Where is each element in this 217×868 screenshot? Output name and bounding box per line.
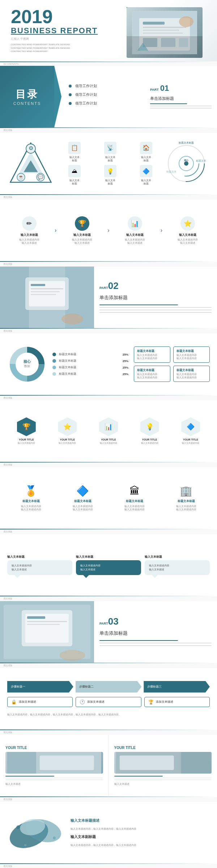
slide-badge: 🏅 标题文本标题 输入文本描述内容输入文本描述内容 🔷 标题文本标题 输入文本描… — [0, 467, 217, 529]
title-main: BUSINESS REPORT — [11, 26, 127, 35]
hex-desc-5: 输入文本描述内容 — [182, 442, 199, 445]
dl-p3-2 — [99, 643, 212, 643]
deco-desc-2: 输入文本描述内容，输入文本描述内容，输入文本描述内容 — [71, 843, 210, 847]
cl-4 — [114, 776, 163, 776]
slide-process: ✏ 输入文本标题 输入文本描述内容输入文本描述 › 🏆 输入文本标题 输入文本描… — [0, 200, 217, 261]
icon-label-2: 输入文本标题 — [105, 156, 115, 162]
contents-item-1: 领导工作计划 — [69, 84, 137, 89]
slide-twocard: YOUR TITLE 输入文本描述 YOUR TITLE — [0, 735, 217, 796]
part-lines — [150, 103, 212, 110]
svg-text:标题文本标题: 标题文本标题 — [178, 141, 194, 144]
chat-bubble-2: 输入文本描述内容输入文本描述 — [76, 560, 141, 575]
svg-rect-29 — [0, 267, 29, 328]
section-label-2: 图文排版 — [0, 128, 217, 133]
triangle-diagram: ⚙ ☕ 💬 — [7, 140, 54, 187]
lock-icon-3: 🏆 — [148, 699, 154, 705]
hexagon-2: ⭐ — [58, 417, 77, 436]
item-label-1: 领导工作计划 — [75, 84, 97, 89]
org-desc-2: 输入文本描述内容输入文本描述内容 — [176, 354, 207, 360]
ring-text-group: 标题文本标题 25% 标题文本标题 25% 标题文本标题 25% 标题文本标题 … — [52, 353, 128, 376]
svg-rect-58 — [181, 752, 210, 774]
badge-title-4: 标题文本标题 — [178, 499, 195, 503]
arrow-text-block: 输入文本描述内容，输入文本描述内容，输入文本描述内容，输入文本描述内容，输入文本… — [7, 713, 210, 716]
badge-item-2: 🔷 标题文本标题 输入文本描述内容输入文本描述内容 — [59, 485, 106, 511]
circle-center-text: 核心 — [182, 159, 191, 162]
svg-rect-36 — [31, 294, 56, 295]
section-label-13: 图文排版 — [0, 864, 217, 868]
title-left: 2019 BUSINESS REPORT 汇报人:千图网 CONTRACTED … — [11, 7, 127, 54]
chat-title-3: 输入文本标题 — [145, 555, 210, 559]
badge-icon-4: 🏢 — [180, 485, 192, 497]
svg-point-37 — [61, 314, 83, 324]
svg-rect-50 — [27, 616, 45, 619]
ring-label-3: 标题文本标题 — [59, 366, 76, 369]
svg-rect-7 — [161, 38, 175, 47]
p3-photo — [0, 601, 94, 663]
dot-3 — [69, 102, 72, 105]
process-desc-3: 输入文本描述内容输入文本描述 — [125, 238, 145, 244]
hex-title-3: YOUR TITLE — [101, 438, 116, 441]
title-year: 2019 — [11, 7, 127, 26]
chat-bubble-3: 输入文本描述内容输入文本描述 — [145, 560, 210, 575]
svg-point-9 — [179, 16, 193, 27]
slide-arrow: 步骤标题一 步骤标题二 步骤标题三 🔒 添加文本描述 🕐 添加文本描述 🏆 添加… — [0, 668, 217, 729]
process-item-4: ⭐ 输入文本标题 输入文本描述内容输入文本描述 — [166, 216, 210, 244]
badge-item-1: 🏅 标题文本标题 输入文本描述内容输入文本描述内容 — [7, 485, 55, 511]
line-2 — [150, 106, 212, 106]
chat-bubble-1: 输入文本描述内容输入文本描述 — [7, 560, 72, 575]
svg-rect-56 — [40, 756, 94, 770]
lock-label-2: 添加文本描述 — [87, 700, 105, 704]
ring-dot-2 — [52, 359, 56, 363]
hex-title-5: YOUR TITLE — [183, 438, 198, 441]
badge-icon-2: 🔷 — [76, 485, 89, 497]
deco-sub-title: 输入文本副标题 — [71, 834, 210, 839]
section-label-10: 图文排版 — [0, 663, 217, 668]
circle-svg: 标题文本标题 标题文本 标题文本 — [163, 140, 210, 187]
hex-title-2: YOUR TITLE — [60, 438, 75, 441]
process-desc-2: 输入文本描述内容输入文本描述 — [72, 238, 92, 244]
card-title-left: YOUR TITLE — [5, 746, 103, 750]
icon-box-6: 🔷 — [140, 165, 152, 177]
process-title-1: 输入文本标题 — [21, 233, 38, 237]
contents-items: 领导工作计划 领导工作计划 领导工作计划 — [54, 66, 145, 127]
icon-grid: 📋 输入文本标题 📡 输入文本标题 🏠 输入文本标题 ⛰ 输入文本标题 💡 输入… — [58, 142, 163, 185]
ring-label-1: 标题文本标题 — [59, 353, 76, 356]
ring-label-2: 标题文本标题 — [59, 359, 76, 363]
svg-rect-33 — [31, 284, 45, 286]
contents-item-3: 领导工作计划 — [69, 101, 137, 106]
svg-point-63 — [16, 825, 20, 829]
org-item-4: 标题文本标题 输入文本描述内容输入文本描述内容 — [173, 366, 210, 382]
hex-item-2: ⭐ YOUR TITLE 输入文本描述内容 — [48, 417, 87, 445]
card-photo-svg-r — [114, 752, 212, 774]
photo-left — [0, 267, 94, 328]
badge-desc-2: 输入文本描述内容输入文本描述内容 — [73, 505, 93, 511]
section-label-8: 图文排版 — [0, 529, 217, 534]
deco-text-items: 输入文本标题描述 输入文本描述内容，输入文本描述内容，输入文本描述内容 输入文本… — [71, 818, 210, 847]
svg-text:核心: 核心 — [23, 359, 31, 363]
svg-text:数据: 数据 — [24, 365, 30, 368]
ring-item-4: 标题文本标题 25% — [52, 372, 128, 376]
part03-lines — [99, 640, 212, 648]
slide-ring: 核心 数据 标题文本标题 25% 标题文本标题 25% 标题文本标题 25% 标… — [0, 333, 217, 395]
lock-icon-2: 🕐 — [80, 699, 85, 705]
item-label-2: 领导工作计划 — [75, 92, 97, 97]
hex-desc-3: 输入文本描述内容 — [100, 442, 117, 445]
part02-num: 02 — [108, 280, 119, 292]
lock-row: 🔒 添加文本描述 🕐 添加文本描述 🏆 添加文本描述 — [7, 697, 210, 707]
process-arrow-3: › — [161, 227, 162, 234]
section-label-9: 图文排版 — [0, 596, 217, 601]
dl-p3-1 — [99, 640, 178, 641]
badge-desc-1: 输入文本描述内容输入文本描述内容 — [21, 505, 41, 511]
svg-rect-59 — [119, 756, 174, 770]
cl-3 — [5, 779, 103, 780]
badge-title-2: 标题文本标题 — [74, 499, 92, 503]
hex-desc-1: 输入文本描述内容 — [18, 442, 35, 445]
arrow-row-1: 步骤标题一 步骤标题二 步骤标题三 — [7, 681, 210, 693]
badge-title-3: 标题文本标题 — [126, 499, 143, 503]
icon-box-1: 📋 — [68, 142, 81, 154]
svg-point-53 — [60, 650, 85, 661]
hex-desc-2: 输入文本描述内容 — [59, 442, 76, 445]
chat-title-2: 输入文本标题 — [76, 555, 141, 559]
slide-chat: 输入文本标题 输入文本描述内容输入文本描述 输入文本标题 输入文本描述内容输入文… — [0, 534, 217, 596]
svg-text:标题文本: 标题文本 — [196, 159, 206, 162]
